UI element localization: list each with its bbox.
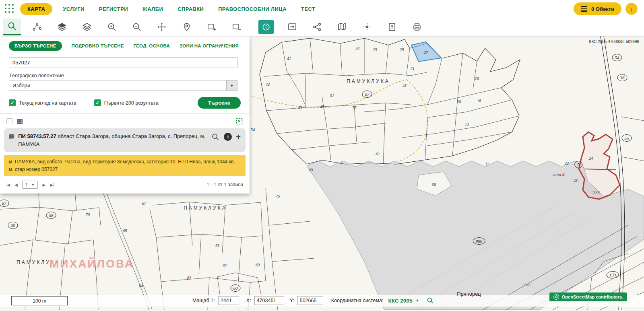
parcel-info-button[interactable]: i	[224, 133, 232, 141]
cursor-coordinates-note: ККС 2005 4703838, 502998	[589, 39, 639, 44]
search-tabs: БЪРЗО ТЪРСЕНЕ ПОДРОБНО ТЪРСЕНЕ ГЕОД. ОСН…	[0, 36, 250, 53]
result-item[interactable]: ▦ ПИ 58743.57.27 област Стара Загора, об…	[4, 128, 246, 152]
objects-counter-label: 0 Обекти	[591, 6, 614, 12]
pagination: |◀ ◀ 1 ▼ ▶ ▶| 1 - 1 от 1 записи	[0, 176, 250, 192]
layers-filled-icon	[57, 22, 67, 32]
select-dropdown-button[interactable]: ▼	[226, 80, 237, 91]
nav-item-registri[interactable]: РЕГИСТРИ	[99, 6, 128, 12]
info-tool-button[interactable]	[258, 20, 274, 34]
nav-item-karta[interactable]: КАРТА	[20, 3, 52, 15]
tab-quick-search[interactable]: БЪРЗО ТЪРСЕНЕ	[9, 41, 62, 51]
quick-search-input[interactable]	[9, 57, 237, 68]
crs-value[interactable]: ККС 2005	[388, 298, 413, 304]
geo-position-label: Географско положение	[10, 73, 240, 78]
search-button[interactable]: Търсене	[198, 97, 241, 109]
next-page-button[interactable]: ▶	[43, 183, 45, 187]
nav-item-pravosposobni-litsa[interactable]: ПРАВОСПОСОБНИ ЛИЦА	[218, 6, 287, 12]
page-select-value: 1	[25, 182, 28, 187]
objects-counter-button[interactable]: 0 Обекти	[574, 2, 621, 15]
search-tool-button[interactable]	[3, 19, 21, 35]
copyright-icon: ©	[553, 294, 559, 300]
crs-dropdown-caret[interactable]: ▼	[415, 299, 419, 303]
scale-label: Мащаб 1:	[192, 298, 215, 303]
y-label: Y:	[290, 298, 294, 303]
export-view-tool-button[interactable]	[283, 19, 301, 35]
select-rect-remove-icon	[232, 22, 242, 32]
add-parcel-button[interactable]: +	[236, 133, 241, 141]
select-rect-add-icon	[207, 22, 217, 32]
layers-outline-tool-button[interactable]	[78, 19, 96, 35]
pan-tool-button[interactable]	[153, 19, 171, 35]
search-options-row: ✓ Текущ изглед на картата ✓ Първите 200 …	[9, 97, 241, 109]
pagination-summary: 1 - 1 от 1 записи	[206, 182, 243, 187]
current-view-checkbox-label: Текущ изглед на картата	[19, 100, 76, 106]
map-sheet-icon	[337, 22, 347, 32]
scale-input[interactable]	[218, 296, 239, 305]
y-coordinate-input[interactable]	[297, 296, 323, 305]
map-sheets-tool-button[interactable]	[333, 19, 351, 35]
zoom-to-results-button[interactable]	[235, 117, 243, 125]
print-icon	[412, 22, 422, 32]
top-navigation: КАРТА УСЛУГИ РЕГИСТРИ ЖАЛБИ СПРАВКИ ПРАВ…	[0, 0, 644, 18]
collapse-objects-button[interactable]: ↓	[625, 3, 638, 15]
info-icon	[262, 23, 270, 31]
first-200-checkbox[interactable]: ✓	[94, 99, 101, 106]
pan-icon	[157, 22, 167, 32]
coordinates-tool-button[interactable]	[358, 19, 376, 35]
deselect-area-tool-button[interactable]	[228, 19, 246, 35]
layers-tool-button[interactable]	[53, 19, 71, 35]
first-200-checkbox-label: Първите 200 резултата	[104, 100, 159, 106]
zoom-out-tool-button[interactable]	[128, 19, 146, 35]
first-page-button[interactable]: |◀	[6, 183, 10, 187]
prev-page-button[interactable]: ◀	[14, 183, 17, 187]
result-item-actions: i +	[211, 132, 241, 141]
search-icon	[7, 21, 17, 31]
measure-route-icon	[32, 22, 42, 32]
layers-outline-icon	[82, 22, 92, 32]
nav-item-spravki[interactable]: СПРАВКИ	[178, 6, 204, 12]
zoom-in-tool-button[interactable]	[103, 19, 121, 35]
location-tool-button[interactable]	[178, 19, 196, 35]
tab-geodetic-basis[interactable]: ГЕОД. ОСНОВА	[134, 43, 170, 48]
zoom-out-icon	[132, 22, 142, 32]
coordinate-search-icon[interactable]	[426, 297, 434, 305]
result-parcel-id: ПИ 58743.57.27	[18, 133, 56, 139]
result-item-text: ПИ 58743.57.27 област Стара Загора, общи…	[18, 132, 207, 148]
measure-tool-button[interactable]	[28, 19, 46, 35]
map-toolbar	[0, 18, 644, 36]
nav-item-uslugi[interactable]: УСЛУГИ	[63, 6, 84, 12]
tab-restriction-zones[interactable]: ЗОНИ НА ОГРАНИЧЕНИЯ	[180, 43, 239, 48]
select-area-tool-button[interactable]	[203, 19, 221, 35]
results-header: ▦	[0, 114, 250, 128]
crs-label: Координатна система:	[331, 298, 384, 303]
app-menu-icon[interactable]	[5, 4, 14, 14]
nav-item-test[interactable]: ТЕСТ	[301, 6, 315, 12]
scalebar-label: 100 m	[33, 298, 46, 304]
search-panel: БЪРЗО ТЪРСЕНЕ ПОДРОБНО ТЪРСЕНЕ ГЕОД. ОСН…	[0, 36, 250, 194]
location-pin-icon	[182, 22, 192, 32]
scalebar: 100 m	[11, 296, 68, 305]
parcel-grid-icon: ▦	[9, 133, 14, 139]
x-label: X:	[246, 298, 251, 303]
share-icon	[312, 22, 322, 32]
upload-tool-button[interactable]	[383, 19, 401, 35]
crosshair-icon	[362, 22, 372, 32]
export-view-icon	[287, 22, 297, 32]
zoom-to-parcel-button[interactable]	[211, 132, 220, 141]
page-select[interactable]: 1 ▼	[22, 181, 38, 189]
nav-item-zhalbi[interactable]: ЖАЛБИ	[142, 6, 163, 12]
current-view-checkbox[interactable]: ✓	[9, 99, 16, 106]
nav-right-group: 0 Обекти ↓	[574, 2, 644, 15]
print-tool-button[interactable]	[408, 19, 426, 35]
last-page-button[interactable]: ▶|	[50, 183, 53, 187]
hamburger-icon	[581, 6, 587, 12]
result-detail-highlight: м. ПАМУКА, вид собств. Частна, вид терит…	[4, 155, 246, 176]
upload-doc-icon	[387, 22, 397, 32]
osm-attribution[interactable]: © OpenStreetMap contributors.	[549, 292, 627, 301]
select-all-checkbox[interactable]	[6, 118, 12, 124]
x-coordinate-input[interactable]	[254, 296, 284, 305]
page-select-caret: ▼	[31, 183, 35, 187]
geo-position-select[interactable]: Избери ▼	[9, 80, 237, 91]
share-tool-button[interactable]	[308, 19, 326, 35]
tab-detailed-search[interactable]: ПОДРОБНО ТЪРСЕНЕ	[72, 43, 124, 48]
